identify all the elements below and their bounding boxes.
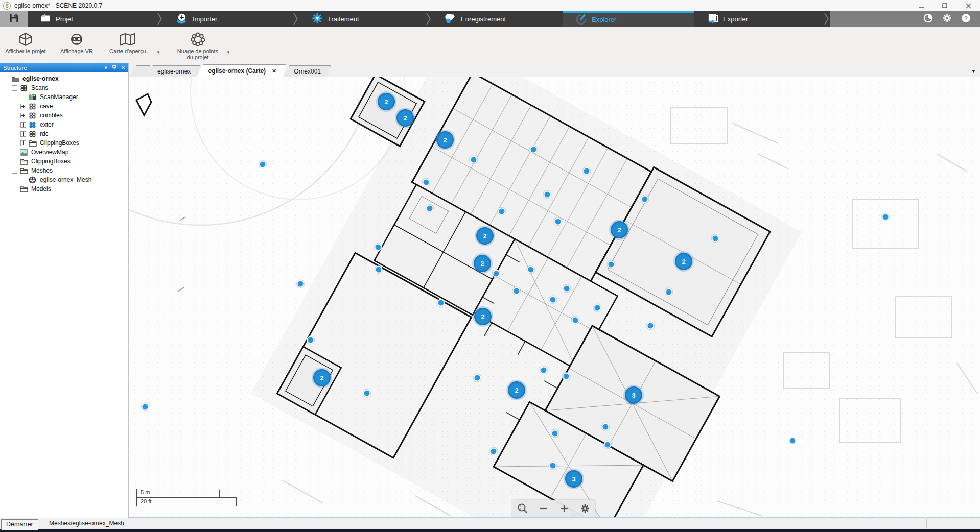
scan-cluster-marker[interactable]: 2 [474, 255, 491, 272]
tree-item-scanmanager[interactable]: ScanManager [0, 92, 128, 102]
tree-item-rdc[interactable]: rdc [0, 129, 128, 138]
scan-position-marker[interactable] [307, 336, 315, 344]
scan-cluster-marker[interactable]: 3 [565, 470, 582, 488]
document-tab-ornex001[interactable]: Ornex001 [282, 65, 331, 77]
save-button[interactable] [0, 11, 28, 27]
tree-item-models[interactable]: Models [0, 184, 128, 194]
scan-cluster-marker[interactable]: 2 [436, 131, 454, 149]
tree-item-meshes[interactable]: Meshes [0, 166, 128, 175]
scan-position-marker[interactable] [423, 179, 430, 186]
scan-position-marker[interactable] [647, 322, 655, 330]
panel-close-icon[interactable]: ✕ [121, 65, 125, 70]
scan-position-marker[interactable] [604, 441, 612, 449]
scan-position-marker-selected[interactable] [789, 437, 797, 445]
maximize-button[interactable] [933, 0, 956, 11]
map-view[interactable]: 222222222233 5 m 20 ft [129, 77, 980, 518]
dropdown-arrow-icon[interactable]: ▼ [223, 50, 234, 55]
ribbon-tab-exporter[interactable]: Exporter [694, 11, 830, 27]
scan-position-marker[interactable] [544, 191, 551, 199]
toolbar-button-pointcloud[interactable]: Nuage de pointsdu projet [172, 27, 223, 60]
map-settings-icon[interactable] [577, 501, 593, 516]
sync-icon[interactable] [923, 13, 933, 25]
zoom-fit-button[interactable] [515, 501, 530, 516]
scan-position-marker[interactable] [297, 280, 305, 288]
scan-position-marker[interactable] [554, 218, 562, 226]
tree-expander-plus[interactable] [20, 104, 26, 109]
dropdown-arrow-icon[interactable]: ▼ [153, 50, 164, 55]
close-button[interactable] [956, 0, 980, 11]
tree-item-clippingboxes[interactable]: ClippingBoxes [0, 157, 128, 166]
scan-position-marker[interactable] [513, 287, 521, 295]
scan-position-marker[interactable] [608, 261, 615, 269]
zoom-out-button[interactable] [536, 501, 551, 516]
scan-position-marker[interactable] [470, 156, 478, 164]
scan-position-marker[interactable] [602, 423, 610, 431]
ribbon-tab-projet[interactable]: Projet [28, 11, 164, 27]
scan-position-marker[interactable] [498, 208, 506, 215]
help-icon[interactable]: ? [961, 13, 971, 25]
tree-expander-plus[interactable] [20, 113, 26, 118]
tab-list-dropdown-icon[interactable]: ▼ [971, 69, 976, 74]
ribbon-tab-importer[interactable]: Importer [164, 11, 299, 27]
scan-cluster-marker[interactable]: 2 [378, 93, 395, 110]
document-tab-eglise-ornex-carte-[interactable]: eglise-ornex (Carte)✕ [196, 64, 286, 77]
scan-position-marker[interactable] [665, 288, 673, 296]
scan-cluster-marker[interactable]: 3 [625, 386, 642, 404]
ribbon-tab-traitement[interactable]: Traitement [299, 11, 432, 27]
scan-position-marker[interactable] [142, 403, 149, 411]
tree-expander-minus[interactable] [12, 85, 17, 91]
scan-position-marker[interactable] [572, 317, 579, 324]
settings-icon[interactable] [942, 13, 952, 25]
tree-item-combles[interactable]: combles [0, 111, 128, 120]
scan-cluster-marker[interactable]: 2 [675, 253, 692, 270]
tree-expander-plus[interactable] [20, 131, 26, 137]
toolbar-button-map[interactable]: Carte d'aperçu [102, 27, 153, 60]
tree-item-exter[interactable]: exter [0, 120, 128, 129]
tree-expander-plus[interactable] [20, 122, 26, 128]
ribbon-tab-enregistrement[interactable]: Enregistrement [432, 11, 563, 27]
minimize-button[interactable] [909, 0, 933, 11]
tab-close-icon[interactable]: ✕ [272, 68, 276, 75]
scan-position-marker[interactable] [551, 430, 559, 438]
scan-cluster-marker[interactable]: 2 [313, 369, 331, 386]
scan-position-marker[interactable] [712, 235, 719, 243]
tree-item-scans[interactable]: Scans [0, 83, 128, 92]
scan-position-marker[interactable] [259, 161, 267, 168]
scan-position-marker[interactable] [563, 285, 571, 293]
scan-cluster-marker[interactable]: 2 [508, 381, 525, 399]
tree-item-clippingboxes[interactable]: ClippingBoxes [0, 138, 128, 148]
scan-position-marker[interactable] [641, 196, 649, 203]
scan-cluster-marker[interactable]: 2 [611, 221, 628, 238]
toolbar-button-cube[interactable]: Afficher le projet [0, 27, 51, 60]
tree-item-cave[interactable]: cave [0, 102, 128, 111]
toolbar-button-vr[interactable]: Affichage VR [51, 27, 102, 60]
tree-expander-minus[interactable] [12, 168, 17, 174]
scan-cluster-marker[interactable]: 2 [396, 109, 414, 127]
tree-item-overviewmap[interactable]: OverviewMap [0, 148, 128, 157]
scan-position-marker[interactable] [583, 167, 591, 175]
scan-position-marker[interactable] [375, 266, 383, 274]
panel-dropdown-icon[interactable]: ▼ [104, 65, 108, 70]
tree-item-eglise-ornex_mesh[interactable]: eglise-ornex_Mesh [0, 175, 128, 184]
zoom-in-button[interactable] [556, 501, 572, 516]
scan-cluster-marker[interactable]: 2 [474, 308, 492, 325]
scan-position-marker[interactable] [530, 146, 538, 154]
scan-position-marker[interactable] [426, 205, 434, 212]
scan-cluster-marker[interactable]: 2 [476, 227, 494, 245]
scan-position-marker[interactable] [549, 462, 557, 470]
tree-expander-plus[interactable] [20, 140, 26, 146]
scan-position-marker[interactable] [527, 266, 535, 274]
tree-item-eglise-ornex[interactable]: eglise-ornex [0, 74, 128, 83]
scan-position-marker[interactable] [563, 373, 570, 380]
scan-position-marker[interactable] [493, 270, 500, 278]
scan-position-marker[interactable] [363, 390, 371, 397]
scan-position-marker[interactable] [437, 299, 445, 307]
scan-position-marker[interactable] [490, 448, 498, 455]
scan-position-marker[interactable] [882, 213, 890, 221]
document-tab-eglise-ornex[interactable]: eglise-ornex [146, 65, 200, 77]
scan-position-marker[interactable] [540, 367, 548, 374]
scan-position-marker[interactable] [594, 304, 601, 312]
scan-position-marker[interactable] [474, 374, 481, 382]
ribbon-tab-explorer[interactable]: Explorer [563, 11, 694, 27]
scan-position-marker[interactable] [375, 244, 382, 251]
